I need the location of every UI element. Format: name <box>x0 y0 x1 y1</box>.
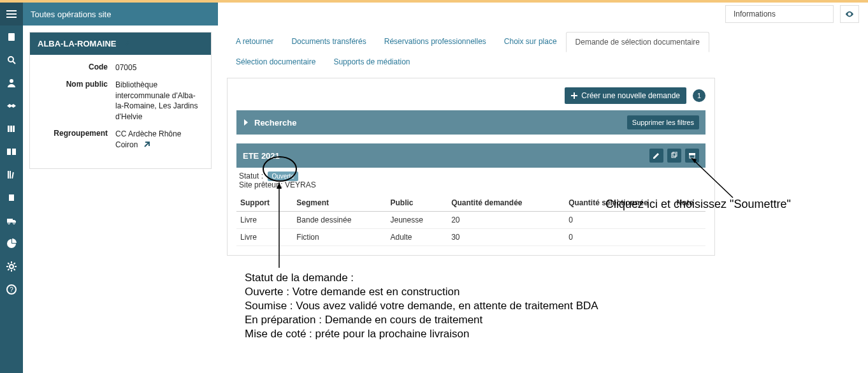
left-nav: ? <box>0 3 23 373</box>
pie-icon[interactable] <box>0 232 23 255</box>
svg-rect-15 <box>14 194 15 201</box>
archive-request-button[interactable] <box>685 149 699 163</box>
col-public: Public <box>387 194 448 212</box>
edit-request-button[interactable] <box>649 149 663 163</box>
status-badge: Ouverte <box>268 172 298 181</box>
tab-choix-sur-place[interactable]: Choix sur place <box>495 32 566 52</box>
tabs: A retourner Documents transférés Réserva… <box>227 32 715 71</box>
tab-supports-mediation[interactable]: Supports de médiation <box>324 52 419 71</box>
svg-rect-8 <box>10 126 12 132</box>
request-count-badge: 1 <box>693 89 705 102</box>
code-value: 07005 <box>115 62 202 73</box>
annotation-line: Mise de coté : préte pour la prochaine l… <box>245 327 598 341</box>
col-quantite-selectionnee: Quantité sélectionnée <box>565 194 672 212</box>
annotation-line: En préparation : Demande en cours de tra… <box>245 313 598 327</box>
request-table: Support Segment Public Quantité demandée… <box>236 194 705 246</box>
film-icon[interactable] <box>0 186 23 209</box>
request-title: ETE 2021 <box>243 151 280 161</box>
pencil-icon <box>653 152 660 159</box>
person-icon[interactable] <box>0 71 23 94</box>
external-link-icon[interactable] <box>124 40 133 48</box>
book-icon[interactable] <box>0 26 23 48</box>
status-label: Statut : <box>239 172 263 180</box>
cell-public: Jeunesse <box>387 212 448 229</box>
main-content: A retourner Documents transférés Réserva… <box>227 32 715 256</box>
tab-documents-transferes[interactable]: Documents transférés <box>282 32 375 52</box>
cell-qd: 20 <box>447 212 565 229</box>
site-preteur-label: Site prêteur : <box>239 180 285 189</box>
books-icon[interactable] <box>0 117 23 140</box>
cell-note <box>672 212 705 229</box>
copy-request-button[interactable] <box>667 149 681 163</box>
svg-rect-16 <box>7 219 13 223</box>
demande-panel: Créer une nouvelle demande 1 Recherche S… <box>227 78 715 256</box>
svg-rect-12 <box>11 172 14 179</box>
code-label: Code <box>39 62 115 73</box>
plus-icon <box>571 92 577 99</box>
tab-demande-selection[interactable]: Demande de sélection documentaire <box>566 32 709 52</box>
archive-icon <box>688 152 696 159</box>
regroup-value: CC Ardèche Rhône Coiron <box>115 129 202 150</box>
nompublic-label: Nom public <box>39 80 115 122</box>
cell-segment: Fiction <box>293 229 386 246</box>
tab-selection-documentaire[interactable]: Sélection documentaire <box>227 52 324 71</box>
toggle-visibility-button[interactable] <box>840 5 859 23</box>
regroup-label: Regroupement <box>39 129 115 150</box>
info-panel-header[interactable]: Informations <box>725 5 834 23</box>
external-link-icon[interactable] <box>143 141 152 150</box>
svg-rect-25 <box>673 152 677 156</box>
svg-rect-2 <box>6 17 17 18</box>
col-segment: Segment <box>293 194 386 212</box>
col-support: Support <box>236 194 293 212</box>
cell-qs: 0 <box>565 229 672 246</box>
annotation-line: Soumise : Vous avez validé votre demande… <box>245 299 598 313</box>
nompublic-value: Bibliothèque intercommunale d'Alba-la-Ro… <box>115 80 202 122</box>
svg-rect-23 <box>571 95 577 96</box>
search-icon[interactable] <box>0 48 23 71</box>
annotation-line: Ouverte : Votre demande est en construct… <box>245 285 598 299</box>
menu-icon[interactable] <box>0 3 23 26</box>
create-request-label: Créer une nouvelle demande <box>581 91 680 100</box>
col-quantite-demandee: Quantité demandée <box>447 194 565 212</box>
cell-qd: 30 <box>447 229 565 246</box>
table-row: Livre Fiction Adulte 30 0 <box>236 229 705 246</box>
help-icon[interactable]: ? <box>0 278 23 301</box>
clear-filters-button[interactable]: Supprimer les filtres <box>627 115 699 129</box>
cell-support: Livre <box>236 212 293 229</box>
cell-support: Livre <box>236 229 293 246</box>
request-header-bar: ETE 2021 <box>236 143 705 168</box>
svg-point-17 <box>8 223 10 224</box>
col-note: Note <box>672 194 705 212</box>
copy-icon <box>670 152 678 159</box>
chevron-right-icon[interactable] <box>243 119 249 126</box>
annotation-text-status: Statut de la demande : Ouverte : Votre d… <box>245 271 598 341</box>
request-meta: Statut : Ouverte Site prêteur : VEYRAS <box>236 168 705 192</box>
svg-rect-14 <box>8 194 9 201</box>
open-book-icon[interactable] <box>0 140 23 163</box>
tab-reservations-pro[interactable]: Réservations professionnelles <box>375 32 495 52</box>
table-row: Livre Bande dessinée Jeunesse 20 0 <box>236 212 705 229</box>
svg-line-5 <box>13 61 15 64</box>
annotation-line: Statut de la demande : <box>245 271 598 285</box>
page-title: Toutes opérations site <box>31 10 111 19</box>
search-bar: Recherche Supprimer les filtres <box>236 110 705 135</box>
svg-rect-24 <box>672 153 676 157</box>
cell-note <box>672 229 705 246</box>
svg-point-18 <box>13 223 15 224</box>
svg-rect-7 <box>8 126 10 132</box>
truck-icon[interactable] <box>0 209 23 232</box>
cell-segment: Bande dessinée <box>293 212 386 229</box>
cell-qs: 0 <box>565 212 672 229</box>
search-label: Recherche <box>254 118 296 128</box>
site-name: ALBA-LA-ROMAINE <box>38 39 116 48</box>
handshake-icon[interactable] <box>0 94 23 117</box>
info-label: Informations <box>734 10 776 18</box>
create-request-button[interactable]: Créer une nouvelle demande <box>565 87 686 104</box>
site-panel: ALBA-LA-ROMAINE Code 07005 Nom public Bi… <box>29 32 212 169</box>
svg-point-19 <box>10 265 13 268</box>
svg-rect-10 <box>8 171 9 179</box>
tab-a-retourner[interactable]: A retourner <box>227 32 282 52</box>
shelf-icon[interactable] <box>0 163 23 186</box>
gear-icon[interactable] <box>0 255 23 278</box>
cell-public: Adulte <box>387 229 448 246</box>
